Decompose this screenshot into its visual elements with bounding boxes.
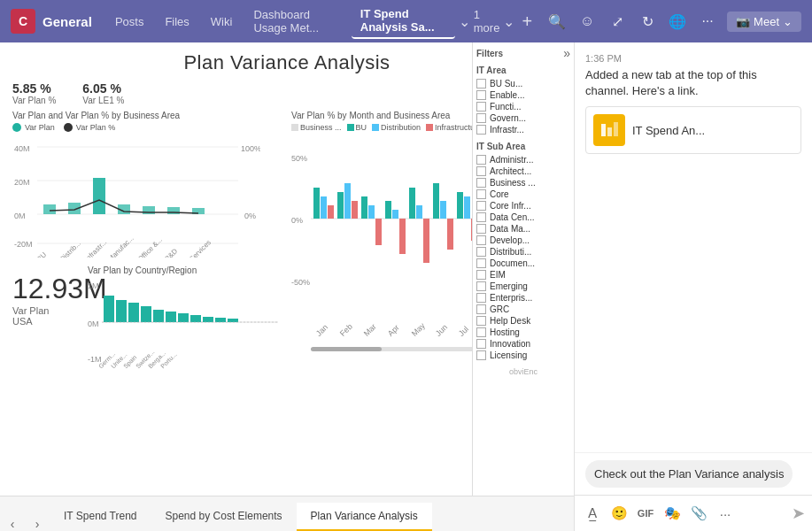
- report-area: Plan Variance Analysis 5.85 % Var Plan %…: [0, 42, 574, 496]
- tab-more[interactable]: 1 more: [474, 8, 500, 35]
- refresh-icon[interactable]: ↻: [637, 11, 658, 32]
- svg-text:-50%: -50%: [291, 278, 310, 287]
- filter-checkbox-enterpr[interactable]: [476, 293, 486, 303]
- metric-var-le1: 6.05 % Var LE1 %: [82, 81, 124, 105]
- filter-checkbox-hosting[interactable]: [476, 327, 486, 337]
- tab-more-arrow[interactable]: ⌄: [503, 13, 514, 30]
- more-icon[interactable]: ···: [697, 11, 718, 32]
- top-nav-tabs: Posts Files Wiki Dashboard Usage Met... …: [106, 4, 532, 39]
- svg-rect-32: [153, 310, 164, 322]
- tab-wiki[interactable]: Wiki: [202, 12, 242, 32]
- tab-next-arrow[interactable]: ›: [25, 517, 50, 531]
- top-icons: 🔍 ☺ ⤢ ↻ 🌐 ··· 📷 Meet ⌄: [546, 11, 801, 32]
- add-tab-button[interactable]: +: [522, 12, 532, 32]
- bottom-tabs: ‹ › IT Spend Trend Spend by Cost Element…: [0, 496, 574, 531]
- attach-icon[interactable]: 📎: [688, 503, 709, 524]
- filter-checkbox-datama[interactable]: [476, 224, 486, 234]
- tab-dropdown-arrow[interactable]: ⌄: [459, 13, 470, 30]
- expand-icon[interactable]: ⤢: [607, 11, 628, 32]
- svg-rect-61: [399, 219, 406, 254]
- filter-checkbox-datacen[interactable]: [476, 212, 486, 222]
- tab-dashboard[interactable]: Dashboard Usage Met...: [244, 4, 347, 38]
- send-button[interactable]: ➤: [792, 504, 805, 523]
- svg-text:0%: 0%: [291, 216, 303, 225]
- format-icon[interactable]: A̲: [582, 503, 603, 524]
- tab-posts[interactable]: Posts: [106, 12, 153, 32]
- filter-checkbox-functi[interactable]: [476, 102, 486, 112]
- svg-rect-37: [215, 318, 226, 322]
- tab-plan-variance[interactable]: Plan Variance Analysis: [297, 503, 432, 531]
- report-panel: Plan Variance Analysis 5.85 % Var Plan %…: [0, 42, 575, 531]
- chat-input-area: A̲ 🙂 GIF 🎭 📎 ··· ➤: [575, 495, 812, 531]
- svg-text:Infrastr...: Infrastr...: [83, 238, 108, 258]
- filter-checkbox-enable[interactable]: [476, 90, 486, 100]
- filter-item: Help Desk: [476, 316, 570, 326]
- svg-text:Mar: Mar: [362, 322, 378, 338]
- svg-rect-63: [416, 205, 422, 219]
- svg-rect-31: [141, 306, 151, 322]
- globe-icon[interactable]: 🌐: [667, 11, 688, 32]
- svg-rect-56: [361, 196, 367, 219]
- svg-text:Office &...: Office &...: [136, 235, 164, 258]
- svg-rect-83: [601, 124, 606, 136]
- chat-card[interactable]: IT Spend An...: [585, 106, 801, 154]
- filter-checkbox-coreinfr[interactable]: [476, 201, 486, 211]
- filter-checkbox-govern[interactable]: [476, 113, 486, 123]
- svg-rect-82: [311, 347, 382, 351]
- filter-checkbox-distribut[interactable]: [476, 247, 486, 257]
- svg-rect-59: [385, 201, 391, 219]
- tab-it-spend-trend[interactable]: IT Spend Trend: [50, 503, 151, 531]
- filter-item: BU Su...: [476, 79, 570, 88]
- filter-checkbox-develop[interactable]: [476, 235, 486, 245]
- filter-it-sub-area: IT Sub Area Administr... Architect...: [476, 142, 570, 360]
- emoji-icon[interactable]: ☺: [576, 11, 598, 32]
- filter-item: Business ...: [476, 178, 570, 188]
- svg-rect-53: [337, 192, 344, 219]
- svg-rect-50: [313, 188, 320, 219]
- filter-it-area: IT Area BU Su... Enable...: [476, 65, 570, 135]
- filter-checkbox-innov[interactable]: [476, 339, 486, 349]
- svg-text:50%: 50%: [291, 154, 307, 163]
- filter-checkbox-admin[interactable]: [476, 155, 486, 165]
- filter-checkbox-eim[interactable]: [476, 270, 486, 280]
- filter-item: EIM: [476, 270, 570, 280]
- filter-checkbox-infrastr[interactable]: [476, 125, 486, 135]
- svg-rect-68: [457, 192, 463, 219]
- sticker-icon[interactable]: 🎭: [661, 503, 683, 524]
- chat-card-icon: [593, 114, 625, 146]
- svg-rect-65: [433, 183, 439, 219]
- tab-it-spend[interactable]: IT Spend Analysis Sa...: [352, 4, 455, 39]
- team-name: General: [43, 14, 92, 29]
- country-chart-svg: 1M 0M -1M: [88, 278, 282, 375]
- filter-checkbox-architect[interactable]: [476, 166, 486, 176]
- filters-header: Filters »: [476, 46, 570, 60]
- filter-checkbox-busu[interactable]: [476, 79, 486, 88]
- filter-checkbox-core[interactable]: [476, 189, 486, 199]
- tab-spend-cost[interactable]: Spend by Cost Elements: [151, 503, 297, 531]
- filter-item: Enterpris...: [476, 293, 570, 303]
- svg-rect-12: [93, 178, 105, 214]
- filter-checkbox-helpdesk[interactable]: [476, 316, 486, 326]
- svg-text:100%: 100%: [241, 144, 260, 153]
- gif-icon[interactable]: GIF: [635, 503, 656, 524]
- svg-rect-85: [614, 122, 618, 136]
- svg-rect-52: [328, 205, 334, 219]
- more-chat-icon[interactable]: ···: [715, 503, 736, 524]
- tab-files[interactable]: Files: [156, 12, 197, 32]
- filter-checkbox-grc[interactable]: [476, 304, 486, 314]
- search-icon[interactable]: 🔍: [546, 11, 568, 32]
- svg-text:Feb: Feb: [338, 322, 354, 338]
- filter-checkbox-business[interactable]: [476, 178, 486, 188]
- legend-varplan-dot: [12, 123, 21, 132]
- tab-prev-arrow[interactable]: ‹: [0, 517, 25, 531]
- meet-button[interactable]: 📷 Meet ⌄: [727, 12, 801, 32]
- filter-checkbox-documen[interactable]: [476, 258, 486, 268]
- filters-collapse-icon[interactable]: »: [563, 46, 570, 60]
- camera-icon: 📷: [736, 15, 750, 28]
- svg-text:0M: 0M: [14, 212, 26, 220]
- filter-checkbox-emerging[interactable]: [476, 281, 486, 291]
- filter-checkbox-licens[interactable]: [476, 350, 486, 360]
- emoji-chat-icon[interactable]: 🙂: [608, 503, 630, 524]
- filter-item: Distributi...: [476, 247, 570, 257]
- report-inner: Plan Variance Analysis 5.85 % Var Plan %…: [0, 42, 574, 531]
